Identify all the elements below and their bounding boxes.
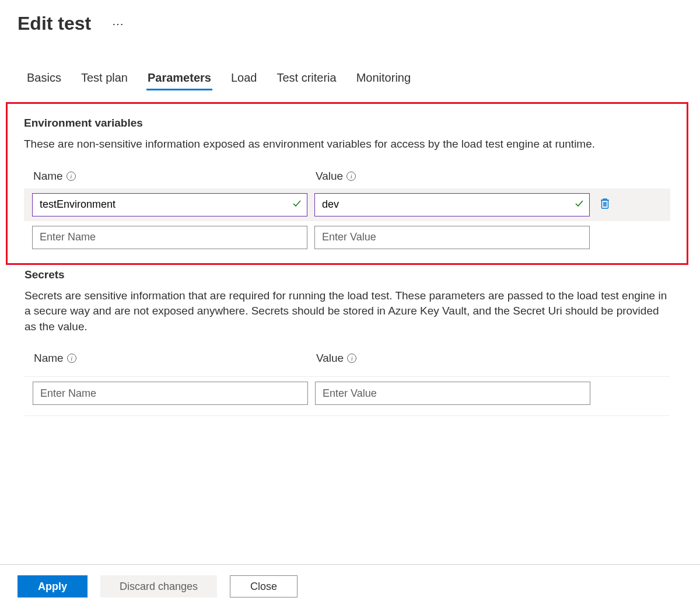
secrets-value-column-label: Value — [316, 352, 344, 365]
footer-bar: Apply Discard changes Close — [0, 564, 700, 608]
env-value-input-empty[interactable] — [314, 226, 590, 249]
info-icon[interactable]: i — [67, 354, 76, 363]
secrets-new-row — [24, 377, 670, 410]
env-vars-highlight: Environment variables These are non-sens… — [6, 102, 688, 265]
apply-button[interactable]: Apply — [18, 575, 88, 597]
tab-test-criteria[interactable]: Test criteria — [275, 67, 337, 90]
page-title: Edit test — [18, 13, 91, 34]
secrets-description: Secrets are sensitive information that a… — [24, 288, 670, 335]
env-name-column-label: Name — [33, 170, 63, 183]
env-var-new-row — [24, 221, 670, 254]
env-vars-title: Environment variables — [24, 117, 670, 130]
delete-row-button[interactable] — [597, 197, 613, 213]
env-vars-description: These are non-sensitive information expo… — [24, 137, 670, 152]
tab-parameters[interactable]: Parameters — [146, 67, 212, 90]
info-icon[interactable]: i — [347, 354, 356, 363]
secrets-title: Secrets — [24, 268, 670, 281]
tab-test-plan[interactable]: Test plan — [80, 67, 129, 90]
env-vars-grid-header: Name i Value i — [24, 170, 670, 188]
tab-monitoring[interactable]: Monitoring — [355, 67, 412, 90]
secrets-grid-header: Name i Value i — [24, 352, 670, 371]
info-icon[interactable]: i — [346, 172, 356, 181]
tab-load[interactable]: Load — [230, 67, 258, 90]
discard-changes-button[interactable]: Discard changes — [100, 575, 217, 597]
env-var-row — [24, 188, 670, 221]
env-name-input[interactable] — [32, 193, 307, 216]
secrets-name-column-label: Name — [34, 352, 64, 365]
close-button[interactable]: Close — [230, 575, 298, 597]
tab-bar: Basics Test plan Parameters Load Test cr… — [26, 67, 677, 90]
secret-name-input[interactable] — [33, 382, 308, 405]
tab-basics[interactable]: Basics — [26, 67, 62, 90]
secret-value-input[interactable] — [315, 382, 590, 405]
info-icon[interactable]: i — [66, 172, 76, 181]
trash-icon — [599, 197, 611, 212]
env-value-column-label: Value — [316, 170, 343, 183]
env-name-input-empty[interactable] — [32, 226, 307, 249]
env-value-input[interactable] — [314, 193, 590, 216]
more-actions-button[interactable]: ⋯ — [107, 15, 130, 33]
